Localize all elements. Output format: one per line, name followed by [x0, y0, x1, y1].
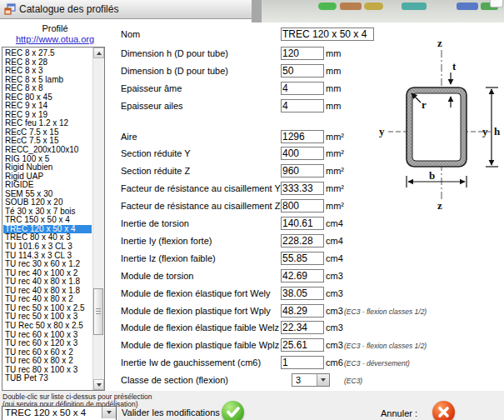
field-label: Dimension h (D pour tube)	[121, 48, 228, 58]
field-unit: mm	[326, 101, 341, 111]
field-note: (EC3)	[344, 377, 362, 385]
axis-y-left: y	[379, 125, 385, 138]
field-input[interactable]	[281, 287, 324, 300]
field-label: Inertie Iz (flexion faible)	[121, 253, 216, 263]
field-input[interactable]	[281, 99, 324, 112]
field-label: Section réduite Z	[121, 166, 190, 176]
field-unit: cm3	[326, 306, 343, 316]
cancel-label: Annuler :	[381, 408, 417, 418]
field-unit: mm	[326, 66, 341, 76]
field-unit: cm3	[326, 288, 343, 298]
field-input[interactable]	[281, 234, 324, 248]
field-label: Section réduite Y	[121, 148, 191, 158]
field-input[interactable]	[281, 147, 324, 160]
field-label: Facteur de résistance au cisaillement Z	[121, 201, 280, 211]
field-input[interactable]	[281, 47, 324, 60]
preselect-combo-value: TREC 120 x 50 x 4	[5, 408, 86, 418]
cancel-button[interactable]	[432, 401, 455, 420]
field-label: Classe de section (flexion)	[121, 375, 228, 385]
field-unit: mm	[326, 48, 341, 58]
field-unit: mm²	[326, 201, 344, 211]
window-edge	[252, 0, 262, 22]
section-diagram: t r z z y y h b	[377, 33, 504, 212]
width-label: b	[429, 169, 435, 182]
field-input[interactable]	[281, 304, 324, 318]
check-icon	[222, 401, 244, 420]
field-unit: mm²	[326, 148, 344, 158]
field-label: Module de torsion	[121, 271, 193, 281]
thickness-label: t	[452, 60, 457, 72]
field-input[interactable]	[281, 182, 324, 195]
field-label: Inertie de torsion	[121, 218, 189, 228]
field-label: Module de flexion plastique faible Wplz	[121, 340, 279, 350]
field-note: (EC3 - déversement)	[344, 359, 410, 368]
field-unit: cm3	[326, 340, 343, 350]
desktop-strip	[252, 0, 504, 22]
field-unit: mm²	[326, 166, 344, 176]
field-unit: cm4	[326, 218, 343, 228]
field-input[interactable]	[281, 217, 324, 230]
field-input[interactable]	[281, 269, 324, 282]
desktop-icon	[340, 2, 362, 10]
field-label: Module de flexion élastique faible Welz	[121, 322, 279, 332]
close-icon	[432, 401, 455, 420]
classe-select-value: 3	[296, 375, 301, 385]
validate-label: Valider les modifications :	[122, 408, 225, 418]
field-unit: mm	[326, 83, 341, 93]
field-note: (EC3 - flexion classes 1/2)	[344, 308, 427, 316]
field-unit: mm²	[326, 183, 344, 193]
classe-select[interactable]: 3	[292, 373, 330, 387]
field-label: Epaisseur âme	[121, 83, 182, 93]
field-input[interactable]	[281, 199, 324, 212]
field-unit: cm6	[326, 358, 343, 368]
list-item[interactable]: REC feu 1.2 x 12	[3, 119, 92, 128]
desktop-icon	[364, 2, 383, 10]
field-input[interactable]	[281, 64, 324, 78]
height-label: h	[494, 125, 501, 138]
field-label: Epaisseur ailes	[121, 101, 183, 111]
axis-z-bottom: z	[437, 199, 442, 212]
window-title: Catalogue des profilés	[19, 3, 118, 15]
field-input[interactable]	[281, 252, 324, 265]
title-bar: Catalogue des profilés	[0, 0, 252, 19]
field-input[interactable]	[281, 356, 324, 369]
field-unit: cm4	[326, 236, 343, 246]
field-unit: cm4	[326, 253, 343, 263]
field-input[interactable]	[281, 28, 374, 41]
preselect-combo[interactable]: TREC 120 x 50 x 4	[2, 406, 117, 420]
field-label: Dimension b (D pour tube)	[121, 66, 228, 76]
axis-y-right: y	[482, 125, 488, 138]
combo-dropdown-button[interactable]	[102, 407, 116, 418]
field-unit: cm3	[326, 322, 343, 332]
validate-button[interactable]	[222, 401, 244, 420]
field-unit: cm3	[326, 271, 343, 281]
desktop-tab	[490, 0, 503, 8]
field-label: Aire	[121, 132, 137, 142]
field-label: Nom	[121, 29, 140, 39]
field-unit: mm²	[326, 132, 344, 142]
field-input[interactable]	[281, 164, 324, 178]
axis-z-top: z	[437, 37, 442, 49]
radius-label: r	[422, 98, 427, 111]
field-label: Facteur de résistance au cisaillement Y	[121, 183, 281, 193]
field-input[interactable]	[281, 321, 324, 334]
field-label: Module de flexion élastique fort Wely	[121, 288, 271, 298]
desktop-icon	[318, 2, 337, 10]
window-icon	[4, 3, 16, 15]
field-label: Module de flexion plastique fort Wply	[121, 306, 271, 316]
desktop-icon	[402, 2, 427, 10]
field-input[interactable]	[281, 82, 324, 95]
chevron-down-icon[interactable]	[317, 374, 329, 386]
chevron-down-icon	[107, 411, 112, 417]
field-label: Inertie Iy (flexion forte)	[121, 236, 212, 246]
field-note: (EC3 - flexion classes 1/2)	[344, 342, 427, 350]
field-input[interactable]	[281, 130, 324, 143]
desktop-icon	[457, 2, 478, 10]
field-input[interactable]	[281, 338, 324, 352]
field-label: Inertie Iw de gauchissement (cm6)	[121, 358, 261, 368]
